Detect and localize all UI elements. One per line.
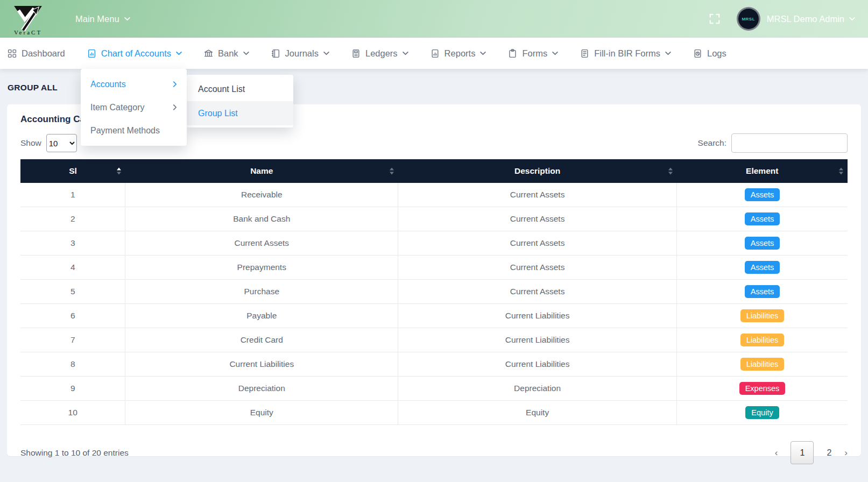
cell-element: Assets bbox=[677, 256, 848, 280]
pagination-next-button[interactable]: › bbox=[844, 448, 848, 458]
pagination-page-1-button[interactable]: 1 bbox=[791, 441, 814, 464]
submenu-item-account-list[interactable]: Account List bbox=[186, 77, 293, 101]
nav-item-bank[interactable]: Bank bbox=[204, 48, 249, 59]
sort-icon bbox=[839, 168, 843, 175]
show-label: Show bbox=[20, 138, 41, 148]
brand-name: VeraCT bbox=[14, 30, 42, 36]
cell-sl: 4 bbox=[20, 256, 125, 280]
page-length-select[interactable]: 10 bbox=[46, 134, 77, 152]
nav-item-fill-in-bir-forms[interactable]: Fill-in BIR Forms bbox=[580, 48, 671, 59]
cell-element: Liabilities bbox=[677, 352, 848, 377]
chevron-down-icon bbox=[243, 51, 249, 55]
table-row: 4 Prepayments Current Assets Assets bbox=[20, 256, 848, 280]
nav-item-logs[interactable]: Logs bbox=[693, 48, 726, 59]
nav-item-forms[interactable]: Forms bbox=[508, 48, 558, 59]
submenu-item-group-list[interactable]: Group List bbox=[186, 101, 293, 125]
cell-description: Depreciation bbox=[398, 377, 677, 401]
cell-sl: 8 bbox=[20, 352, 125, 377]
status-text: Showing 1 to 10 of 20 entries bbox=[20, 448, 129, 458]
cell-element: Liabilities bbox=[677, 304, 848, 328]
nav-item-journals[interactable]: Journals bbox=[271, 48, 329, 59]
fullscreen-button[interactable] bbox=[709, 13, 721, 25]
group-list-table: Sl Name Description Element bbox=[20, 159, 848, 425]
top-header-bar: VeraCT Main Menu MRSL MRSL Demo Admin bbox=[0, 0, 868, 38]
column-header-label: Description bbox=[514, 166, 560, 175]
cell-element: Assets bbox=[677, 231, 848, 256]
table-row: 8 Current Liabilities Current Liabilitie… bbox=[20, 352, 848, 377]
table-row: 9 Depreciation Depreciation Expenses bbox=[20, 377, 848, 401]
menu-item-label: Payment Methods bbox=[90, 126, 160, 136]
table-row: 7 Credit Card Current Liabilities Liabil… bbox=[20, 328, 848, 352]
cell-name: Depreciation bbox=[125, 377, 398, 401]
app-root: VeraCT Main Menu MRSL MRSL Demo Admin Da… bbox=[0, 0, 868, 482]
column-header-sl[interactable]: Sl bbox=[20, 159, 125, 183]
cell-element: Equity bbox=[677, 401, 848, 425]
pagination-page-2-button[interactable]: 2 bbox=[827, 448, 831, 458]
chevron-down-icon bbox=[665, 51, 671, 55]
nav-item-reports[interactable]: Reports bbox=[431, 48, 486, 59]
cell-description: Current Liabilities bbox=[398, 328, 677, 352]
cell-name: Prepayments bbox=[125, 256, 398, 280]
menu-item-accounts[interactable]: Accounts bbox=[81, 73, 187, 96]
bank-icon bbox=[204, 49, 213, 58]
sort-icon bbox=[117, 168, 121, 175]
nav-item-label: Chart of Accounts bbox=[101, 48, 171, 59]
cell-description: Current Assets bbox=[398, 231, 677, 256]
cell-name: Equity bbox=[125, 401, 398, 425]
avatar-text: MRSL bbox=[742, 17, 755, 22]
user-menu-button[interactable]: MRSL Demo Admin bbox=[767, 14, 855, 24]
element-badge: Expenses bbox=[739, 382, 786, 395]
table-row: 3 Current Assets Current Assets Assets bbox=[20, 231, 848, 256]
column-header-element[interactable]: Element bbox=[677, 159, 848, 183]
nav-item-ledgers[interactable]: Ledgers bbox=[351, 48, 408, 59]
cell-element: Assets bbox=[677, 183, 848, 207]
column-header-label: Sl bbox=[69, 166, 77, 175]
nav-item-label: Fill-in BIR Forms bbox=[594, 48, 660, 59]
user-avatar[interactable]: MRSL bbox=[737, 7, 760, 31]
column-header-description[interactable]: Description bbox=[398, 159, 677, 183]
chevron-down-icon bbox=[323, 51, 329, 55]
element-badge: Equity bbox=[745, 406, 779, 419]
table-row: 10 Equity Equity Equity bbox=[20, 401, 848, 425]
bir-forms-icon bbox=[580, 49, 589, 58]
journals-icon bbox=[271, 49, 280, 58]
column-header-name[interactable]: Name bbox=[125, 159, 398, 183]
cell-description: Current Liabilities bbox=[398, 304, 677, 328]
nav-item-chart-of-accounts[interactable]: Chart of Accounts bbox=[87, 48, 182, 59]
main-menu-button[interactable]: Main Menu bbox=[75, 14, 130, 24]
cell-description: Current Assets bbox=[398, 256, 677, 280]
fullscreen-icon bbox=[709, 13, 721, 25]
nav-item-label: Ledgers bbox=[365, 48, 398, 59]
chevron-down-icon bbox=[124, 17, 130, 21]
cell-name: Receivable bbox=[125, 183, 398, 207]
column-header-label: Element bbox=[746, 166, 778, 175]
cell-sl: 6 bbox=[20, 304, 125, 328]
cell-description: Equity bbox=[398, 401, 677, 425]
element-badge: Assets bbox=[745, 212, 780, 225]
element-badge: Assets bbox=[745, 237, 780, 250]
submenu-item-label: Account List bbox=[198, 84, 245, 94]
brand-logo[interactable]: VeraCT bbox=[13, 5, 43, 36]
main-navbar: Dashboard Chart of Accounts Bank Journal… bbox=[0, 38, 868, 69]
sort-icon bbox=[668, 168, 673, 175]
element-badge: Liabilities bbox=[740, 334, 785, 346]
pagination-prev-button[interactable]: ‹ bbox=[775, 448, 778, 458]
table-row: 5 Purchase Current Assets Assets bbox=[20, 280, 848, 304]
search-input[interactable] bbox=[731, 133, 848, 153]
chart-of-accounts-icon bbox=[87, 49, 96, 58]
cell-name: Purchase bbox=[125, 280, 398, 304]
element-badge: Liabilities bbox=[740, 309, 785, 322]
cell-sl: 9 bbox=[20, 377, 125, 401]
cell-sl: 1 bbox=[20, 183, 125, 207]
chevron-down-icon bbox=[480, 51, 486, 55]
cell-name: Payable bbox=[125, 304, 398, 328]
menu-item-label: Item Category bbox=[90, 103, 144, 112]
menu-item-label: Accounts bbox=[90, 80, 126, 89]
menu-item-payment-methods[interactable]: Payment Methods bbox=[81, 119, 187, 142]
cell-description: Current Liabilities bbox=[398, 352, 677, 377]
nav-item-dashboard[interactable]: Dashboard bbox=[8, 48, 65, 59]
cell-sl: 3 bbox=[20, 231, 125, 256]
menu-item-item-category[interactable]: Item Category bbox=[81, 96, 187, 119]
reports-icon bbox=[431, 49, 440, 58]
cell-sl: 10 bbox=[20, 401, 125, 425]
